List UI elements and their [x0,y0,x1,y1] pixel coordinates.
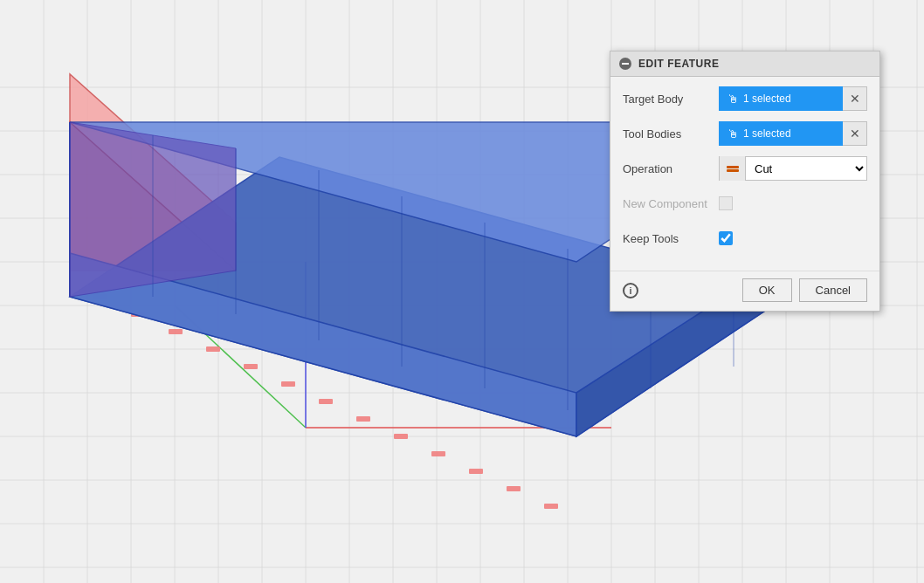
cursor-icon-2: 🖱 [727,127,739,141]
operation-select-container: Cut Join Intersect New Body [719,156,867,181]
svg-rect-71 [727,169,739,172]
svg-rect-48 [356,416,370,422]
panel-footer: i OK Cancel [610,271,879,311]
ok-button[interactable]: OK [742,278,792,302]
new-component-checkbox [719,196,733,210]
operation-icon [720,156,746,181]
panel-header: EDIT FEATURE [610,51,879,77]
operation-row: Operation Cut Join Intersect New Body [623,155,867,182]
info-icon[interactable]: i [623,283,638,298]
panel-title: EDIT FEATURE [638,58,719,70]
collapse-icon[interactable] [619,58,631,70]
target-body-value: 1 selected [743,93,791,105]
svg-rect-47 [319,399,333,404]
target-body-row: Target Body 🖱 1 selected ✕ [623,86,867,112]
svg-rect-70 [727,166,739,168]
tool-bodies-value: 1 selected [743,127,791,140]
svg-rect-49 [394,434,408,439]
operation-label: Operation [623,162,719,175]
keep-tools-checkbox[interactable] [719,231,733,245]
svg-rect-44 [206,346,220,352]
tool-bodies-label: Tool Bodies [623,127,719,141]
operation-dropdown[interactable]: Cut Join Intersect New Body [746,157,866,180]
keep-tools-row: Keep Tools [623,225,867,251]
cursor-icon: 🖱 [727,93,739,106]
svg-rect-46 [281,381,295,387]
cancel-button[interactable]: Cancel [799,278,867,302]
target-body-button[interactable]: 🖱 1 selected [719,86,843,111]
cut-icon-svg [725,161,741,175]
svg-rect-45 [244,364,258,369]
keep-tools-label: Keep Tools [623,232,719,245]
new-component-label: New Component [623,197,719,210]
tool-bodies-button[interactable]: 🖱 1 selected [719,121,843,146]
target-body-clear-button[interactable]: ✕ [843,86,867,111]
target-body-label: Target Body [623,93,719,106]
svg-rect-50 [431,451,445,456]
svg-rect-53 [544,504,558,509]
svg-rect-43 [169,329,183,334]
tool-bodies-row: Tool Bodies 🖱 1 selected ✕ [623,120,867,147]
svg-rect-51 [469,469,483,474]
tool-bodies-clear-button[interactable]: ✕ [843,121,867,146]
panel-body: Target Body 🖱 1 selected ✕ Tool Bodies 🖱… [610,77,879,269]
svg-rect-52 [507,486,521,491]
new-component-row: New Component [623,190,867,216]
edit-feature-panel: EDIT FEATURE Target Body 🖱 1 selected ✕ … [610,51,880,312]
footer-buttons: OK Cancel [742,278,867,302]
